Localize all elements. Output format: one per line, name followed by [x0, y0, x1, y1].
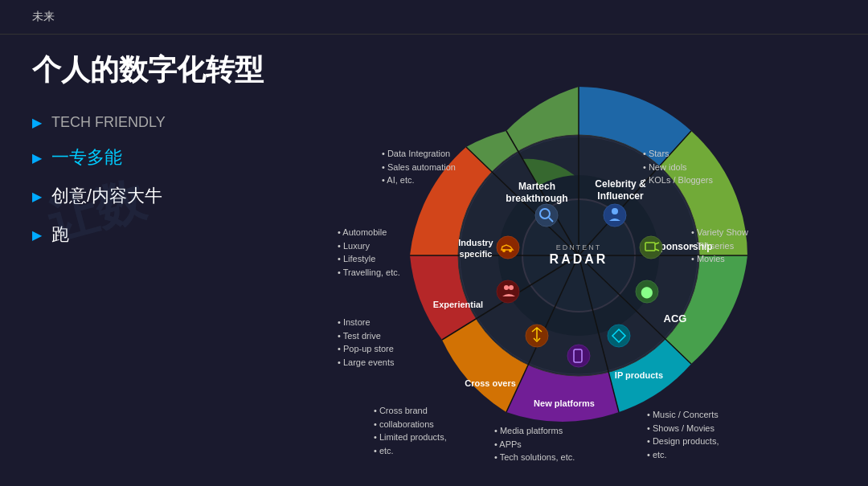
bullet-label: 一专多能	[51, 145, 122, 169]
svg-point-29	[535, 204, 558, 227]
svg-text:RADAR: RADAR	[550, 252, 608, 266]
label-cross-brand: Cross brand collaborations Limited produ…	[374, 404, 447, 457]
bullet-arrow-icon: ▶	[32, 189, 42, 204]
svg-point-32	[604, 204, 626, 227]
list-item: ▶ 跑	[32, 223, 338, 247]
left-panel: 个人的数字化转型 ▶ TECH FRIENDLY ▶ 一专多能 ▶ 创意/内容大…	[32, 51, 338, 468]
svg-text:Celebrity &: Celebrity &	[595, 178, 646, 190]
svg-point-33	[612, 208, 618, 214]
label-media-platforms: Media platforms APPs Tech solutions, etc…	[494, 424, 575, 464]
label-instore: Instore Test drive Pop-up store Large ev…	[338, 316, 395, 369]
bullet-arrow-icon: ▶	[32, 115, 42, 130]
list-item: ▶ 创意/内容大牛	[32, 184, 338, 208]
bullet-label: 创意/内容大牛	[51, 184, 162, 208]
svg-text:Martech: Martech	[518, 181, 555, 192]
svg-point-34	[640, 236, 662, 259]
bullet-arrow-icon: ▶	[32, 150, 42, 165]
bullet-label: 跑	[51, 223, 69, 247]
svg-text:Influencer: Influencer	[597, 190, 644, 202]
svg-point-47	[509, 285, 514, 290]
svg-point-48	[497, 236, 519, 259]
list-item: ▶ 一专多能	[32, 145, 338, 169]
svg-point-46	[504, 285, 509, 290]
label-variety-show: Variety Show TV series Movies	[691, 226, 748, 266]
bullet-list: ▶ TECH FRIENDLY ▶ 一专多能 ▶ 创意/内容大牛 ▶ 跑	[32, 114, 338, 247]
svg-point-50	[509, 249, 512, 252]
svg-point-45	[497, 280, 519, 303]
svg-text:breakthrough: breakthrough	[506, 193, 567, 204]
label-music: Music / Concerts Shows / Movies Design p…	[647, 408, 719, 461]
main-content: 个人的数字化转型 ▶ TECH FRIENDLY ▶ 一专多能 ▶ 创意/内容大…	[0, 35, 868, 476]
svg-text:specific: specific	[460, 249, 493, 259]
label-automobile: Automobile Luxury Lifestyle Travelling, …	[338, 226, 400, 279]
svg-point-42	[567, 345, 590, 367]
svg-point-49	[502, 249, 506, 252]
svg-point-40	[608, 325, 630, 347]
label-data-integration: Data Integration Sales automation AI, et…	[382, 147, 456, 187]
header: 未来	[0, 0, 868, 35]
svg-text:⬤: ⬤	[641, 285, 653, 299]
svg-text:Industry: Industry	[458, 238, 493, 247]
svg-text:New platforms: New platforms	[534, 398, 595, 408]
svg-text:Experiential: Experiential	[433, 300, 483, 309]
page-title: 个人的数字化转型	[32, 51, 338, 90]
bullet-arrow-icon: ▶	[32, 227, 42, 243]
label-stars: Stars New idols KOLs / Bloggers	[643, 147, 713, 187]
svg-text:Cross overs: Cross overs	[465, 378, 516, 388]
bullet-label: TECH FRIENDLY	[51, 114, 166, 131]
svg-text:IP products: IP products	[615, 370, 663, 380]
svg-text:ACG: ACG	[664, 312, 687, 325]
radar-chart-area: Martech breakthrough Celebrity & Influen…	[338, 43, 836, 468]
list-item: ▶ TECH FRIENDLY	[32, 114, 338, 131]
header-title: 未来	[32, 10, 55, 22]
svg-text:EDNTENT: EDNTENT	[556, 243, 602, 251]
